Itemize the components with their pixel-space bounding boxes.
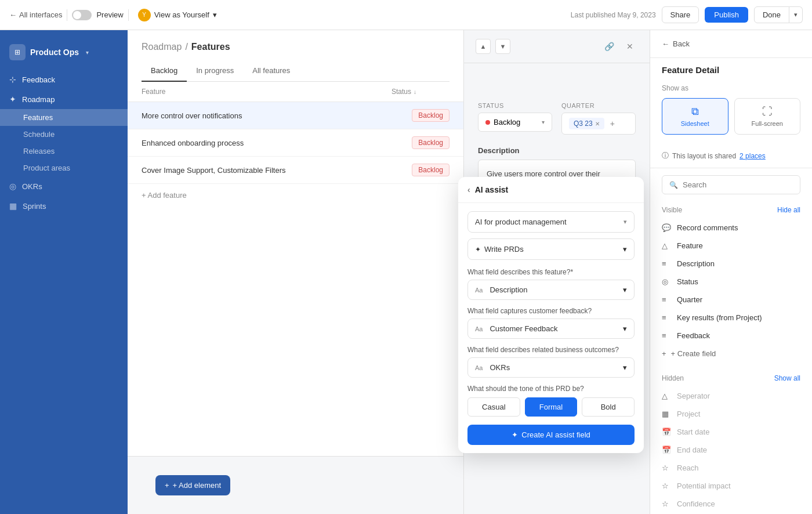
rs-field-status[interactable]: ◎ Status bbox=[650, 273, 812, 291]
panel-nav: ▲ ▼ bbox=[476, 39, 510, 54]
status-field-icon: ◎ bbox=[662, 277, 672, 286]
sidebar-sub-schedule[interactable]: Schedule bbox=[0, 126, 128, 143]
done-button[interactable]: Done bbox=[754, 6, 789, 23]
workspace-name: Product Ops bbox=[30, 48, 79, 57]
preview-label: Preview bbox=[96, 10, 123, 19]
tab-all-features[interactable]: All features bbox=[243, 60, 299, 82]
sidebar-item-feedback[interactable]: ⊹ Feedback bbox=[0, 70, 128, 89]
quarter-field-icon: ≡ bbox=[662, 295, 672, 304]
rs-field-quarter[interactable]: ≡ Quarter bbox=[650, 291, 812, 309]
add-element-button[interactable]: + + Add element bbox=[155, 475, 230, 495]
feature-title-input[interactable]: More control over notifications bbox=[478, 77, 636, 91]
workspace-icon: ⊞ bbox=[9, 44, 26, 60]
feedback-field-icon: ≡ bbox=[662, 331, 672, 340]
rs-hidden-separator: △ Seperator bbox=[650, 387, 812, 405]
sparkle-icon: ✦ bbox=[512, 430, 518, 439]
roadmap-panel: Roadmap / Features Backlog In progress A… bbox=[128, 30, 464, 514]
panel-nav-down[interactable]: ▼ bbox=[495, 39, 510, 54]
share-button[interactable]: Share bbox=[662, 6, 699, 23]
add-quarter-icon[interactable]: + bbox=[610, 119, 615, 128]
sidebar-item-sprints[interactable]: ▦ Sprints bbox=[0, 196, 128, 216]
hidden-label: Hidden bbox=[662, 374, 684, 382]
add-feature-button[interactable]: + Add feature bbox=[128, 184, 463, 207]
rs-hidden-confidence: ☆ Confidence bbox=[650, 495, 812, 513]
rs-field-feedback[interactable]: ≡ Feedback bbox=[650, 327, 812, 345]
show-all-button[interactable]: Show all bbox=[774, 374, 800, 382]
search-input[interactable] bbox=[683, 180, 793, 189]
tone-bold-button[interactable]: Bold bbox=[582, 397, 635, 417]
field1-select[interactable]: Aa Description ▾ bbox=[467, 280, 635, 300]
info-icon: ⓘ bbox=[662, 151, 669, 161]
rs-field-record-comments[interactable]: 💬 Record comments bbox=[650, 219, 812, 237]
status-dropdown[interactable]: Backlog ▾ bbox=[478, 113, 552, 132]
publish-button[interactable]: Publish bbox=[705, 7, 748, 23]
rs-hidden-end-date: 📅 End date bbox=[650, 441, 812, 459]
workspace-selector[interactable]: ⊞ Product Ops ▾ bbox=[0, 39, 128, 70]
field-type-icon: Aa bbox=[475, 364, 483, 371]
shared-places-link[interactable]: 2 places bbox=[740, 152, 766, 160]
sidebar-item-okrs[interactable]: ◎ OKRs bbox=[0, 176, 128, 196]
modal-question2: What field captures customer feedback? bbox=[467, 307, 635, 315]
create-field-button[interactable]: + + Create field bbox=[650, 345, 812, 363]
show-as-fullscreen[interactable]: ⛶ Full-screen bbox=[734, 98, 801, 135]
rs-hidden-reach: ☆ Reach bbox=[650, 459, 812, 477]
end-date-icon: 📅 bbox=[662, 446, 672, 454]
back-button[interactable]: ← All interfaces bbox=[9, 10, 62, 19]
separator-icon: △ bbox=[662, 392, 672, 400]
confidence-icon: ☆ bbox=[662, 499, 672, 508]
preview-toggle: Preview bbox=[72, 10, 123, 20]
field2-select[interactable]: Aa Customer Feedback ▾ bbox=[467, 318, 635, 339]
modal-header: ‹ AI assist bbox=[458, 177, 644, 203]
chevron-down-icon: ▾ bbox=[542, 119, 545, 125]
sprints-icon: ▦ bbox=[9, 201, 17, 211]
view-as-button[interactable]: Y View as Yourself ▾ bbox=[133, 6, 222, 24]
preview-switch[interactable] bbox=[72, 10, 92, 20]
search-icon: 🔍 bbox=[669, 181, 678, 189]
main-layout: ⊞ Product Ops ▾ ⊹ Feedback ✦ Roadmap Fea… bbox=[0, 30, 812, 514]
panel-nav-up[interactable]: ▲ bbox=[476, 39, 491, 54]
table-row[interactable]: Enhanced onboarding process Backlog bbox=[128, 129, 463, 157]
breadcrumb-current: Features bbox=[191, 42, 230, 52]
tab-in-progress[interactable]: In progress bbox=[187, 60, 243, 82]
breadcrumb-parent[interactable]: Roadmap bbox=[142, 42, 182, 52]
link-icon-button[interactable]: 🔗 bbox=[601, 38, 617, 55]
rs-back-button[interactable]: ← Back bbox=[662, 39, 690, 48]
chevron-down-icon: ▾ bbox=[624, 218, 627, 226]
tone-question-label: What should the tone of this PRD be? bbox=[467, 385, 635, 393]
rs-visible-header: Visible Hide all bbox=[650, 201, 812, 219]
rs-field-key-results[interactable]: ≡ Key results (from Project) bbox=[650, 309, 812, 327]
remove-quarter-icon[interactable]: ✕ bbox=[595, 121, 600, 127]
modal-back-button[interactable]: ‹ bbox=[467, 185, 470, 194]
modal-question3: What field describes related business ou… bbox=[467, 346, 635, 354]
modal-body: AI for product management ▾ ✦ Write PRDs… bbox=[458, 203, 644, 453]
sidebar-sub-releases[interactable]: Releases bbox=[0, 143, 128, 160]
ai-sub-option-dropdown[interactable]: ✦ Write PRDs ▾ bbox=[467, 238, 635, 260]
sidebar-sub-product-areas[interactable]: Product areas bbox=[0, 160, 128, 176]
tone-casual-button[interactable]: Casual bbox=[467, 397, 520, 417]
hide-all-button[interactable]: Hide all bbox=[777, 206, 800, 214]
sidebar-item-roadmap[interactable]: ✦ Roadmap bbox=[0, 89, 128, 109]
done-chevron-button[interactable]: ▾ bbox=[789, 6, 803, 23]
col-status-header: Status ↓ bbox=[392, 88, 449, 96]
key-results-icon: ≡ bbox=[662, 313, 672, 322]
table-row[interactable]: More control over notifications Backlog bbox=[128, 102, 463, 129]
create-ai-field-button[interactable]: ✦ Create AI assist field bbox=[467, 425, 635, 445]
rs-title: Feature Detail bbox=[650, 58, 812, 75]
col-feature-header: Feature bbox=[142, 88, 392, 96]
status-dot-icon bbox=[485, 120, 490, 125]
sidebar-sub-features[interactable]: Features bbox=[0, 109, 128, 126]
show-as-sidesheet[interactable]: ⧉ Sidesheet bbox=[662, 98, 728, 135]
tone-formal-button[interactable]: Formal bbox=[525, 397, 578, 417]
comments-icon: 💬 bbox=[662, 223, 672, 232]
rs-field-description[interactable]: ≡ Description bbox=[650, 255, 812, 273]
sidesheet-icon: ⧉ bbox=[691, 106, 699, 118]
close-icon-button[interactable]: ✕ bbox=[622, 38, 638, 55]
field3-select[interactable]: Aa OKRs ▾ bbox=[467, 357, 635, 378]
quarter-selector[interactable]: Q3 23 ✕ + bbox=[561, 113, 636, 135]
ai-category-dropdown[interactable]: AI for product management ▾ bbox=[467, 211, 635, 233]
plus-icon: + bbox=[662, 349, 666, 358]
tab-backlog[interactable]: Backlog bbox=[142, 60, 187, 82]
table-row[interactable]: Cover Image Support, Customizable Filter… bbox=[128, 157, 463, 184]
rs-field-feature[interactable]: △ Feature bbox=[650, 237, 812, 255]
chevron-down-icon: ▾ bbox=[623, 245, 627, 254]
